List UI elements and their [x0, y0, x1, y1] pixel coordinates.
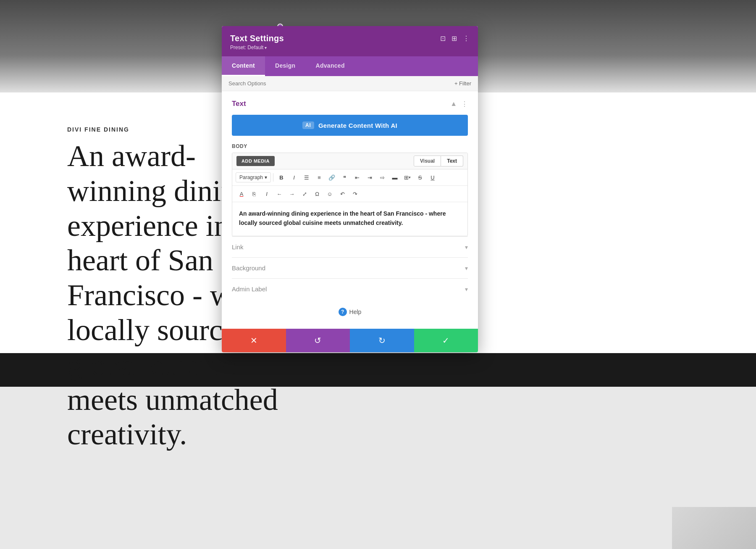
background-section-title: Background	[232, 264, 265, 272]
paragraph-label: Paragraph	[239, 174, 263, 180]
link-button[interactable]: 🔗	[326, 172, 338, 183]
admin-label-chevron-icon: ▾	[465, 286, 468, 293]
search-input[interactable]	[228, 80, 454, 87]
link-chevron-icon: ▾	[465, 244, 468, 251]
section-more-icon[interactable]: ⋮	[461, 100, 468, 108]
panel-header: Text Settings Preset: Default ⊡ ⊞ ⋮	[222, 26, 478, 56]
paragraph-chevron-icon: ▾	[265, 174, 267, 180]
filter-button[interactable]: + Filter	[454, 80, 471, 87]
text-view-button[interactable]: Text	[441, 156, 463, 166]
panel-title: Text Settings	[230, 34, 284, 43]
admin-label-section: Admin Label ▾	[232, 278, 468, 299]
editor-toolbar-row-1: Paragraph ▾ B I ☰ ≡ 🔗 ❝ ⇤ ⇥ ⇨ ▬ ⊞▾ S U	[232, 169, 467, 186]
columns-icon[interactable]: ⊞	[452, 34, 457, 42]
link-section-title: Link	[232, 243, 244, 251]
save-button[interactable]: ✓	[414, 329, 478, 352]
link-section: Link ▾	[232, 236, 468, 257]
bottom-right-image	[672, 507, 756, 549]
panel-preset-selector[interactable]: Preset: Default	[230, 45, 284, 50]
outdent-button[interactable]: ←	[273, 188, 285, 200]
panel-header-icons: ⊡ ⊞ ⋮	[440, 34, 470, 42]
editor-toolbar-row-2: A ⎘ I ← → ⤢ Ω ☺ ↶ ↷	[232, 186, 467, 202]
help-label: Help	[349, 309, 362, 315]
editor-top-bar: ADD MEDIA Visual Text	[232, 153, 467, 169]
table-button[interactable]: ⊞▾	[402, 172, 413, 183]
site-brand: DIVI FINE DINING	[67, 126, 129, 133]
help-icon: ?	[339, 308, 347, 316]
body-field-label: Body	[232, 143, 468, 149]
ordered-list-button[interactable]: ≡	[313, 172, 325, 183]
text-section-header: Text ▲ ⋮	[232, 100, 468, 108]
cancel-button[interactable]: ✕	[222, 329, 286, 352]
tab-design[interactable]: Design	[265, 56, 305, 76]
paragraph-selector[interactable]: Paragraph ▾	[236, 172, 271, 182]
unordered-list-button[interactable]: ☰	[301, 172, 312, 183]
blockquote-button[interactable]: ❝	[339, 172, 350, 183]
help-area: ? Help	[232, 299, 468, 320]
panel-bottom-bar: ✕ ↺ ↻ ✓	[222, 329, 478, 352]
paste-button[interactable]: ⎘	[248, 188, 260, 200]
help-button[interactable]: ? Help	[339, 308, 362, 316]
background-section: Background ▾	[232, 257, 468, 278]
font-color-button[interactable]: A	[236, 188, 247, 200]
tab-advanced[interactable]: Advanced	[305, 56, 354, 76]
visual-view-button[interactable]: Visual	[414, 156, 441, 166]
redo-button[interactable]: ↷	[349, 188, 361, 200]
text-settings-panel: Text Settings Preset: Default ⊡ ⊞ ⋮ Cont…	[222, 26, 478, 352]
rich-text-editor: ADD MEDIA Visual Text Paragraph ▾ B I ☰ …	[232, 153, 468, 236]
redo-changes-button[interactable]: ↻	[350, 329, 414, 352]
add-media-button[interactable]: ADD MEDIA	[236, 156, 275, 166]
emoji-button[interactable]: ☺	[324, 188, 336, 200]
admin-label-section-title: Admin Label	[232, 285, 267, 293]
editor-view-toggle: Visual Text	[414, 156, 463, 166]
toolbar-divider-1	[273, 173, 273, 182]
section-title: Text	[232, 100, 246, 108]
panel-title-area: Text Settings Preset: Default	[230, 34, 284, 50]
indent-button[interactable]: →	[286, 188, 298, 200]
link-section-header[interactable]: Link ▾	[232, 243, 468, 251]
undo-button[interactable]: ↶	[336, 188, 348, 200]
background-section-header[interactable]: Background ▾	[232, 264, 468, 272]
background-chevron-icon: ▾	[465, 265, 468, 272]
tab-content[interactable]: Content	[222, 56, 265, 76]
bold-button[interactable]: B	[276, 172, 287, 183]
italic-button[interactable]: I	[288, 172, 300, 183]
underline-button[interactable]: U	[427, 172, 438, 183]
ai-button-label: Generate Content With AI	[318, 122, 397, 129]
align-left-button[interactable]: ⇤	[351, 172, 363, 183]
panel-body: Text ▲ ⋮ AI Generate Content With AI Bod…	[222, 91, 478, 329]
align-center-button[interactable]: ⇥	[364, 172, 375, 183]
italic-extended-button[interactable]: I	[261, 188, 273, 200]
search-bar: + Filter	[222, 76, 478, 91]
collapse-section-icon[interactable]: ▲	[450, 100, 457, 108]
align-justify-button[interactable]: ▬	[389, 172, 401, 183]
align-right-button[interactable]: ⇨	[376, 172, 388, 183]
more-options-icon[interactable]: ⋮	[463, 34, 470, 42]
panel-tabs: Content Design Advanced	[222, 56, 478, 76]
admin-label-section-header[interactable]: Admin Label ▾	[232, 285, 468, 293]
section-header-icons: ▲ ⋮	[450, 100, 468, 108]
focus-mode-icon[interactable]: ⊡	[440, 34, 446, 42]
undo-changes-button[interactable]: ↺	[286, 329, 350, 352]
generate-ai-button[interactable]: AI Generate Content With AI	[232, 115, 468, 136]
special-char-button[interactable]: Ω	[311, 188, 323, 200]
fullscreen-button[interactable]: ⤢	[299, 188, 310, 200]
ai-badge: AI	[302, 121, 314, 129]
editor-content-area[interactable]: An award-winning dining experience in th…	[232, 202, 467, 236]
strikethrough-button[interactable]: S	[414, 172, 426, 183]
